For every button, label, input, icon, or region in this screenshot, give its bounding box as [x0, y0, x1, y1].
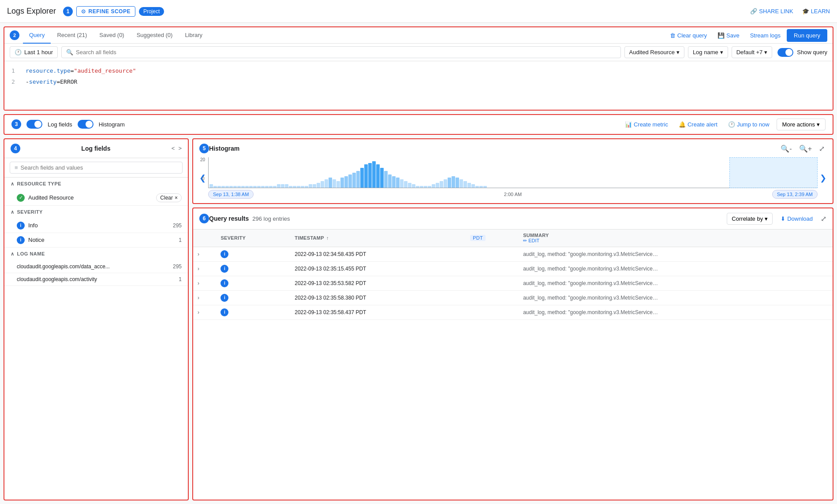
step-badge-4: 4: [11, 144, 20, 153]
log-name-dropdown[interactable]: Log name ▾: [688, 46, 728, 58]
expand-cell[interactable]: ›: [193, 305, 216, 319]
step-badge-1: 1: [63, 7, 73, 16]
expand-arrow-icon[interactable]: ›: [198, 295, 199, 301]
audited-resource-dropdown[interactable]: Audited Resource ▾: [624, 46, 684, 58]
pdt-header-cell[interactable]: PDT: [466, 230, 519, 247]
expand-cell[interactable]: ›: [193, 247, 216, 261]
refine-scope-button[interactable]: ⊙ REFINE SCOPE: [76, 6, 135, 17]
histogram-bar: [467, 183, 471, 188]
log-name-1[interactable]: cloudaudit.googleapis.com/data_acce... 2…: [4, 260, 188, 273]
save-button[interactable]: 💾 Save: [713, 30, 744, 41]
create-alert-button[interactable]: 🔔 Create alert: [675, 119, 721, 130]
summary-text: audit_log, method: "google.monitoring.v3…: [523, 266, 658, 272]
histogram-bar: [293, 186, 296, 188]
histogram-bar: [440, 181, 443, 188]
summary-cell: audit_log, method: "google.monitoring.v3…: [519, 247, 833, 261]
tab-saved[interactable]: Saved (0): [93, 27, 130, 44]
tab-library[interactable]: Library: [179, 27, 209, 44]
results-header: 6 Query results 296 log entries Correlat…: [193, 208, 833, 230]
fields-search-input[interactable]: [21, 164, 178, 171]
histogram-nav-right[interactable]: ❯: [820, 173, 826, 183]
filter-icon: ≡: [15, 164, 18, 171]
tab-query[interactable]: Query: [23, 27, 51, 44]
table-row[interactable]: › i 2022-09-13 02:35:58.380 PDT audit_lo…: [193, 290, 833, 305]
table-row[interactable]: › i 2022-09-13 02:35:15.455 PDT audit_lo…: [193, 261, 833, 276]
expand-arrow-icon[interactable]: ›: [198, 280, 199, 286]
timestamp-cell: 2022-09-13 02:35:15.455 PDT: [290, 261, 466, 276]
histogram-toggle[interactable]: [78, 120, 93, 129]
histogram-bar: [436, 183, 439, 188]
step-badge-3: 3: [11, 119, 21, 129]
project-badge[interactable]: Project: [139, 7, 164, 16]
search-icon: 🔍: [66, 49, 73, 56]
right-panel: 5 Histogram 🔍- 🔍+ ⤢ ❮ 20 0: [192, 138, 833, 500]
table-row[interactable]: › i 2022-09-13 02:34:58.435 PDT audit_lo…: [193, 247, 833, 261]
left-icon[interactable]: <: [172, 145, 175, 152]
download-button[interactable]: ⬇ Download: [776, 213, 817, 224]
histogram-bar: [360, 168, 364, 188]
info-field[interactable]: i Info 295: [4, 219, 188, 233]
resource-type-header[interactable]: ∧ RESOURCE TYPE: [4, 178, 188, 190]
jump-to-now-button[interactable]: 🕐 Jump to now: [725, 119, 773, 130]
controls-section: 3 Log fields Histogram 📊 Create metric 🔔…: [4, 114, 833, 135]
expand-icon[interactable]: ⤢: [817, 144, 826, 154]
tab-recent[interactable]: Recent (21): [51, 27, 93, 44]
histogram-bar: [483, 186, 487, 188]
y-label-20: 20: [200, 157, 205, 162]
results-panel: 6 Query results 296 log entries Correlat…: [192, 208, 833, 500]
time-start-chip[interactable]: Sep 13, 1:38 AM: [208, 190, 254, 199]
summary-text: audit_log, method: "google.monitoring.v3…: [523, 295, 658, 301]
log-fields-panel-header: 4 Log fields < >: [4, 139, 188, 158]
timestamp-header-cell[interactable]: TIMESTAMP ↑: [290, 230, 466, 247]
edit-button[interactable]: ✏ EDIT: [523, 238, 539, 244]
search-input[interactable]: [76, 49, 616, 56]
expand-arrow-icon[interactable]: ›: [198, 266, 199, 272]
audited-resource-field[interactable]: ✓ Audited Resource Clear ×: [4, 190, 188, 206]
learn-button[interactable]: 🎓 LEARN: [802, 8, 830, 15]
log-fields-toggle[interactable]: [26, 120, 42, 129]
expand-cell[interactable]: ›: [193, 261, 216, 276]
stream-logs-button[interactable]: Stream logs: [746, 30, 785, 41]
histogram-bar: [336, 181, 340, 188]
histogram-bar: [344, 176, 348, 188]
histogram-bar: [277, 184, 280, 188]
default-dropdown[interactable]: Default +7 ▾: [732, 46, 773, 58]
histogram-bar: [209, 184, 213, 188]
histogram-bar: [233, 186, 237, 188]
expand-results-button[interactable]: ⤢: [821, 215, 826, 223]
create-metric-button[interactable]: 📊 Create metric: [621, 119, 672, 130]
table-row[interactable]: › i 2022-09-13 02:35:58.437 PDT audit_lo…: [193, 305, 833, 319]
run-query-button[interactable]: Run query: [787, 29, 827, 42]
histogram-bar: [388, 174, 392, 188]
code-editor[interactable]: 1 resource.type="audited_resource" 2 -se…: [4, 61, 833, 110]
notice-field[interactable]: i Notice 1: [4, 233, 188, 248]
expand-arrow-icon[interactable]: ›: [198, 251, 199, 257]
clear-query-button[interactable]: 🗑 Clear query: [665, 30, 711, 41]
tab-suggested[interactable]: Suggested (0): [131, 27, 179, 44]
severity-cell: i: [216, 261, 290, 276]
severity-header[interactable]: ∧ SEVERITY: [4, 206, 188, 219]
time-end-chip[interactable]: Sep 13, 2:39 AM: [772, 190, 818, 199]
clear-badge[interactable]: Clear ×: [156, 193, 182, 202]
more-actions-button[interactable]: More actions ▾: [777, 119, 826, 130]
share-link-button[interactable]: 🔗 SHARE LINK: [750, 8, 793, 15]
zoom-in-icon[interactable]: 🔍+: [797, 144, 814, 154]
log-name-header[interactable]: ∧ LOG NAME: [4, 248, 188, 260]
time-range-button[interactable]: 🕐 Last 1 hour: [10, 46, 58, 58]
severity-badge: i: [220, 294, 228, 302]
time-mid-label: 2:00 AM: [504, 192, 522, 197]
expand-cell[interactable]: ›: [193, 290, 216, 305]
alert-icon: 🔔: [679, 121, 686, 128]
expand-arrow-icon[interactable]: ›: [198, 309, 199, 315]
summary-text: audit_log, method: "google.monitoring.v3…: [523, 280, 658, 286]
right-icon[interactable]: >: [178, 145, 182, 152]
panel-controls: < >: [172, 145, 182, 152]
log-name-2[interactable]: cloudaudit.googleapis.com/activity 1: [4, 273, 188, 286]
zoom-out-icon[interactable]: 🔍-: [779, 144, 793, 154]
table-row[interactable]: › i 2022-09-13 02:35:53.582 PDT audit_lo…: [193, 276, 833, 290]
expand-cell[interactable]: ›: [193, 276, 216, 290]
filters-row: 🕐 Last 1 hour 🔍 Audited Resource ▾ Log n…: [4, 44, 833, 61]
show-query-toggle[interactable]: [777, 48, 793, 57]
correlate-by-button[interactable]: Correlate by ▾: [727, 213, 773, 225]
histogram-bar: [285, 184, 288, 188]
